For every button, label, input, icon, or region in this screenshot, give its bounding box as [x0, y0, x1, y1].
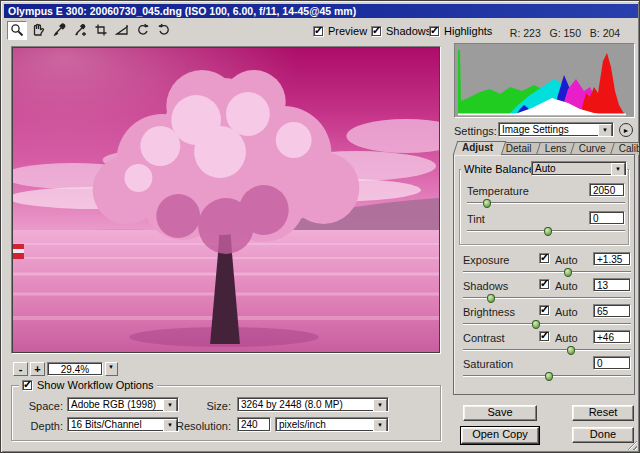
- rgb-readout: R: 223 G: 150 B: 204: [497, 27, 633, 39]
- white-balance-value: Auto: [535, 163, 556, 174]
- eyedropper-plus-icon: [73, 23, 87, 39]
- shadows-slider[interactable]: [463, 297, 631, 299]
- resolution-unit-value: pixels/inch: [279, 419, 326, 430]
- shadows-clip-checkbox[interactable]: [371, 26, 382, 37]
- space-dropdown[interactable]: Adobe RGB (1998): [67, 397, 179, 412]
- tab-adjust[interactable]: Adjust: [453, 141, 507, 155]
- settings-dropdown[interactable]: Image Settings: [498, 122, 614, 137]
- zoom-level-dropdown-arrow[interactable]: [105, 362, 118, 376]
- exposure-value[interactable]: +1.35: [593, 252, 631, 266]
- resolution-unit-dropdown[interactable]: pixels/inch: [275, 417, 389, 432]
- white-balance-tool-button[interactable]: [49, 21, 69, 40]
- size-dropdown[interactable]: 3264 by 2448 (8.0 MP): [237, 397, 389, 412]
- resolution-input[interactable]: 240: [237, 417, 271, 432]
- zoom-out-button[interactable]: -: [13, 362, 28, 376]
- shadows-label: Shadows: [463, 280, 508, 292]
- hand-tool-button[interactable]: [28, 21, 48, 40]
- rotate-ccw-button[interactable]: [133, 21, 153, 40]
- brightness-auto-checkbox[interactable]: [539, 305, 550, 316]
- camera-raw-dialog: Olympus E 300: 20060730_045.dng (ISO 100…: [0, 0, 640, 453]
- exposure-label: Exposure: [463, 254, 509, 266]
- straighten-icon: [115, 23, 129, 39]
- shadows-value[interactable]: 13: [593, 278, 631, 292]
- show-workflow-options-label: Show Workflow Options: [37, 379, 154, 391]
- temperature-value[interactable]: 2050: [589, 183, 625, 197]
- brightness-auto-label: Auto: [555, 306, 578, 318]
- open-copy-button[interactable]: Open Copy: [461, 427, 539, 444]
- space-value: Adobe RGB (1998): [71, 399, 156, 410]
- hand-icon: [31, 23, 45, 39]
- white-balance-label: White Balance:: [464, 163, 538, 175]
- show-workflow-options-checkbox[interactable]: [22, 380, 33, 391]
- brightness-slider-thumb[interactable]: [532, 320, 540, 329]
- highlights-clip-label: Highlights: [444, 25, 492, 37]
- brightness-slider[interactable]: [463, 323, 631, 325]
- rotate-cw-button[interactable]: [154, 21, 174, 40]
- shadows-auto-checkbox[interactable]: [539, 279, 550, 290]
- done-button[interactable]: Done: [572, 427, 634, 443]
- exposure-slider[interactable]: [463, 271, 631, 273]
- rotate-right-icon: [157, 23, 171, 39]
- rotate-left-icon: [136, 23, 150, 39]
- contrast-auto-checkbox[interactable]: [539, 331, 550, 342]
- brightness-label: Brightness: [463, 306, 515, 318]
- zoom-level-value[interactable]: 29.4%: [47, 362, 103, 376]
- depth-dropdown[interactable]: 16 Bits/Channel: [67, 417, 179, 432]
- temperature-slider[interactable]: [467, 202, 625, 204]
- exposure-auto-label: Auto: [555, 254, 578, 266]
- crop-tool-button[interactable]: [91, 21, 111, 40]
- zoom-in-button[interactable]: +: [30, 362, 45, 376]
- magnifier-icon: [10, 23, 24, 39]
- preview-checkbox[interactable]: [313, 26, 324, 37]
- save-button[interactable]: Save: [463, 405, 537, 421]
- workflow-legend[interactable]: Show Workflow Options: [19, 379, 157, 391]
- white-balance-legend: White Balance:: [461, 163, 541, 175]
- preview-label: Preview: [328, 25, 367, 37]
- highlights-clip-checkbox-group[interactable]: Highlights: [429, 25, 492, 37]
- zoom-tool-button[interactable]: [7, 21, 27, 40]
- settings-flyout-button[interactable]: ►: [619, 123, 633, 137]
- straighten-tool-button[interactable]: [112, 21, 132, 40]
- tint-slider[interactable]: [467, 230, 625, 232]
- size-label: Size:: [187, 400, 231, 412]
- shadows-clip-checkbox-group[interactable]: Shadows: [371, 25, 431, 37]
- infrared-tree-photo: [13, 48, 439, 352]
- temperature-label: Temperature: [467, 185, 529, 197]
- preview-checkbox-group[interactable]: Preview: [313, 25, 367, 37]
- resolution-label: Resolution:: [175, 420, 231, 432]
- flyout-arrow-icon: ►: [623, 127, 630, 134]
- workflow-groupbox: [11, 385, 441, 441]
- size-value: 3264 by 2448 (8.0 MP): [241, 399, 343, 410]
- brightness-value[interactable]: 65: [593, 304, 631, 318]
- saturation-label: Saturation: [463, 358, 513, 370]
- zoom-controls: - + 29.4%: [13, 362, 118, 376]
- color-sampler-tool-button[interactable]: [70, 21, 90, 40]
- exposure-slider-thumb[interactable]: [564, 268, 572, 277]
- shadows-auto-label: Auto: [555, 280, 578, 292]
- reset-button[interactable]: Reset: [572, 405, 634, 421]
- contrast-slider[interactable]: [463, 349, 631, 351]
- tint-value[interactable]: 0: [589, 211, 625, 225]
- white-balance-dropdown[interactable]: Auto: [531, 161, 627, 176]
- depth-label: Depth:: [25, 420, 63, 432]
- highlights-clip-checkbox[interactable]: [429, 26, 440, 37]
- contrast-auto-label: Auto: [555, 332, 578, 344]
- contrast-label: Contrast: [463, 332, 505, 344]
- shadows-clip-label: Shadows: [386, 25, 431, 37]
- saturation-value[interactable]: 0: [593, 356, 631, 370]
- settings-label: Settings:: [454, 125, 497, 137]
- eyedropper-icon: [52, 23, 66, 39]
- depth-value: 16 Bits/Channel: [71, 419, 142, 430]
- contrast-value[interactable]: +46: [593, 330, 631, 344]
- saturation-slider[interactable]: [463, 375, 631, 377]
- panel-tabs: Adjust Detail Lens Curve Calibrate: [453, 141, 635, 155]
- toolbar: [7, 21, 174, 41]
- shadows-slider-thumb[interactable]: [487, 294, 495, 303]
- tint-label: Tint: [467, 213, 485, 225]
- window-title: Olympus E 300: 20060730_045.dng (ISO 100…: [8, 5, 356, 17]
- crop-icon: [94, 23, 108, 39]
- histogram-chart: [456, 45, 633, 116]
- temperature-slider-thumb[interactable]: [483, 199, 491, 208]
- image-preview[interactable]: [11, 46, 441, 354]
- exposure-auto-checkbox[interactable]: [539, 253, 550, 264]
